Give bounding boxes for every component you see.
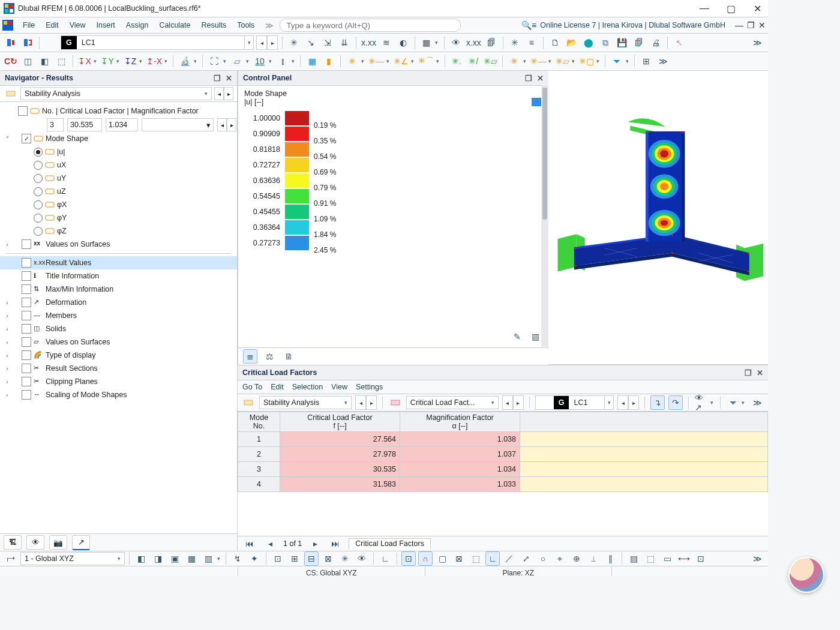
clf-type2-icon[interactable] <box>388 395 403 410</box>
next-page-icon[interactable]: ▸ <box>308 536 322 551</box>
checkbox[interactable] <box>22 390 31 400</box>
tree-modeshape[interactable]: ˅ ✓ Mode Shape <box>0 132 237 145</box>
bt-icon[interactable]: ∥ <box>603 551 617 566</box>
mode-stepper[interactable]: ◂▸ <box>217 118 236 131</box>
spark-curve-icon[interactable]: ✳⌒ <box>418 54 434 68</box>
bt-icon[interactable]: ⌖ <box>553 551 567 566</box>
chevron-right-icon[interactable]: › <box>4 365 11 372</box>
bt-icon[interactable]: ⊡ <box>401 551 416 566</box>
print-icon[interactable]: 🖨 <box>649 35 663 50</box>
tree-group[interactable]: › 🌈 Type of display <box>0 349 237 362</box>
bt-icon[interactable]: ○ <box>536 551 550 566</box>
tool-icon[interactable] <box>44 35 58 50</box>
tool-icon[interactable]: ⇲ <box>320 35 335 50</box>
bt-icon[interactable]: ⤢ <box>519 551 533 566</box>
maximize-button[interactable]: ▢ <box>724 3 738 14</box>
checkbox[interactable] <box>18 106 28 116</box>
table-row[interactable]: 1 27.564 1.038 <box>238 432 768 447</box>
clf-lc-selector[interactable]: G LC1 ▾ <box>535 395 614 410</box>
radio-icon[interactable] <box>34 187 43 196</box>
menu-overflow-icon[interactable]: ≫ <box>260 21 278 30</box>
clf-tool-icon[interactable]: ↴ <box>650 395 665 410</box>
checkbox[interactable] <box>22 350 31 360</box>
bt-icon[interactable]: ⊕ <box>569 551 584 566</box>
close-icon[interactable]: ✕ <box>226 74 232 83</box>
clf-filter1[interactable]: Stability Analysis▾ <box>259 396 352 409</box>
table-row[interactable]: 3 30.535 1.034 <box>238 462 768 477</box>
extrude-icon[interactable]: ⛶ <box>207 54 221 68</box>
undock-icon[interactable]: ❐ <box>214 74 221 83</box>
chevron-down-icon[interactable]: ▾ <box>434 35 440 50</box>
chevron-down-icon[interactable]: ▾ <box>244 36 253 49</box>
table-row[interactable]: 2 27.978 1.037 <box>238 447 768 462</box>
bt-icon[interactable]: ⊠ <box>321 551 335 566</box>
sub-restore-button[interactable]: ❐ <box>747 20 755 30</box>
clf-filter1-stepper[interactable]: ◂▸ <box>355 395 377 410</box>
document-icon[interactable]: 🗎 <box>281 349 296 364</box>
radio-icon[interactable] <box>34 200 43 209</box>
checkbox[interactable] <box>22 311 31 320</box>
clf-tool-icon[interactable]: ↷ <box>668 395 683 410</box>
legend-scale-icon[interactable]: ▥ <box>528 329 542 344</box>
checkbox[interactable] <box>22 258 31 268</box>
radio-icon[interactable] <box>34 148 43 157</box>
tree-group[interactable]: › ◫ Solids <box>0 322 237 335</box>
sub-minimize-button[interactable]: — <box>735 20 743 30</box>
menu-results[interactable]: Results <box>197 20 232 31</box>
bottom-overflow-icon[interactable]: ≫ <box>750 551 764 566</box>
clf-menu-goto[interactable]: Go To <box>242 383 262 391</box>
tool-icon[interactable]: ▦ <box>419 35 434 50</box>
clf-bottom-tab[interactable]: Critical Load Factors <box>349 538 431 550</box>
clf-filter-icon[interactable]: ⏷ <box>726 395 740 410</box>
clf-type-icon[interactable] <box>241 395 256 410</box>
bt-icon[interactable]: ▥ <box>201 551 215 566</box>
mode-option[interactable]: φZ <box>0 224 237 238</box>
mode-option[interactable]: uZ <box>0 185 237 198</box>
checkbox[interactable] <box>22 298 31 307</box>
prev-page-icon[interactable]: ◂ <box>263 536 277 551</box>
radio-icon[interactable] <box>34 161 43 170</box>
bt-icon[interactable]: ⊡ <box>694 551 708 566</box>
tree-group[interactable]: › ✂ Clipping Planes <box>0 375 237 388</box>
clf-table[interactable]: Mode No. Critical Load Factor f [--] Mag… <box>238 412 768 492</box>
navigator-filter-stepper[interactable]: ◂▸ <box>214 87 233 100</box>
navigator-filter-select[interactable]: Stability Analysis ▾ <box>20 87 212 100</box>
model-viewport[interactable] <box>548 71 768 365</box>
tool-icon[interactable]: x.xx <box>466 35 482 50</box>
spark-edge-icon[interactable]: ✳/ <box>466 54 481 68</box>
clf-overflow-icon[interactable]: ≫ <box>750 395 764 410</box>
checkbox[interactable] <box>22 284 31 294</box>
tree-group[interactable]: x.xx Result Values <box>0 256 237 269</box>
undock-icon[interactable]: ❐ <box>745 368 752 377</box>
tool-icon[interactable]: ✳ <box>287 35 301 50</box>
last-page-icon[interactable]: ⏭ <box>328 536 343 551</box>
chevron-right-icon[interactable]: › <box>4 352 11 359</box>
tree-group[interactable]: › ▱ Values on Surfaces <box>0 335 237 349</box>
bt-icon[interactable]: ⬚ <box>469 551 483 566</box>
bt-icon[interactable]: 👁 <box>355 551 369 566</box>
loadcase-selector[interactable]: G LC1 ▾ <box>61 35 254 50</box>
spark-face-icon[interactable]: ✳▱ <box>483 54 498 68</box>
spark-angle-icon[interactable]: ✳∠ <box>393 54 409 68</box>
clf-menu-view[interactable]: View <box>331 383 347 391</box>
clf-filter2-stepper[interactable]: ◂▸ <box>502 395 524 410</box>
checkbox[interactable] <box>22 377 31 386</box>
clf-menu-selection[interactable]: Selection <box>292 383 323 391</box>
sub-close-button[interactable]: ✕ <box>758 20 766 30</box>
checkbox[interactable] <box>22 239 31 249</box>
close-icon[interactable]: ✕ <box>757 368 763 377</box>
checkbox[interactable]: ✓ <box>22 134 31 143</box>
bt-icon[interactable]: ▦ <box>184 551 199 566</box>
tree-group[interactable]: › — Members <box>0 309 237 322</box>
filter-icon[interactable]: ⏷ <box>610 54 624 68</box>
table-row[interactable]: 4 31.583 1.033 <box>238 477 768 492</box>
coord-select[interactable]: 1 - Global XYZ▾ <box>20 552 125 565</box>
magnet-icon[interactable]: ∩ <box>418 551 433 566</box>
spark-icon[interactable]: ✳ <box>345 54 359 68</box>
axis-z-icon[interactable]: ↧Z <box>123 54 137 68</box>
toolbar-overflow-icon[interactable]: ≫ <box>656 54 670 68</box>
mode-option[interactable]: |u| <box>0 145 237 158</box>
chevron-right-icon[interactable]: › <box>4 326 11 332</box>
menu-calculate[interactable]: Calculate <box>154 20 195 31</box>
mode-dd[interactable]: ▾ <box>142 118 214 131</box>
